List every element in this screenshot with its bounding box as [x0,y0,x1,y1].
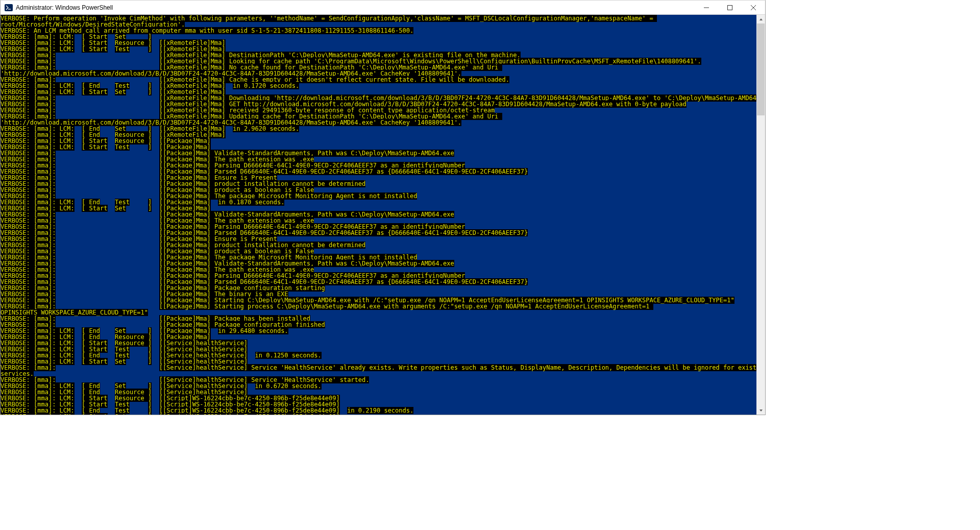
window-controls [695,1,765,14]
scroll-thumb[interactable] [757,23,765,115]
svg-rect-0 [5,4,13,11]
terminal-area: VERBOSE: Perform operation 'Invoke CimMe… [1,15,765,415]
powershell-window: Administrator: Windows PowerShell VERBOS… [0,0,766,415]
terminal-line: VERBOSE: [mma]: [[Service]healthService]… [1,365,756,371]
terminal-output[interactable]: VERBOSE: Perform operation 'Invoke CimMe… [1,15,756,415]
scroll-track[interactable] [756,23,765,406]
vertical-scrollbar[interactable] [756,15,765,415]
minimize-button[interactable] [695,1,718,14]
scroll-down-button[interactable] [756,406,765,415]
maximize-button[interactable] [718,1,742,14]
scroll-up-button[interactable] [756,15,765,23]
window-title: Administrator: Windows PowerShell [16,4,113,11]
powershell-icon [5,4,13,12]
titlebar[interactable]: Administrator: Windows PowerShell [1,1,765,15]
svg-rect-1 [728,5,732,10]
close-button[interactable] [742,1,765,14]
